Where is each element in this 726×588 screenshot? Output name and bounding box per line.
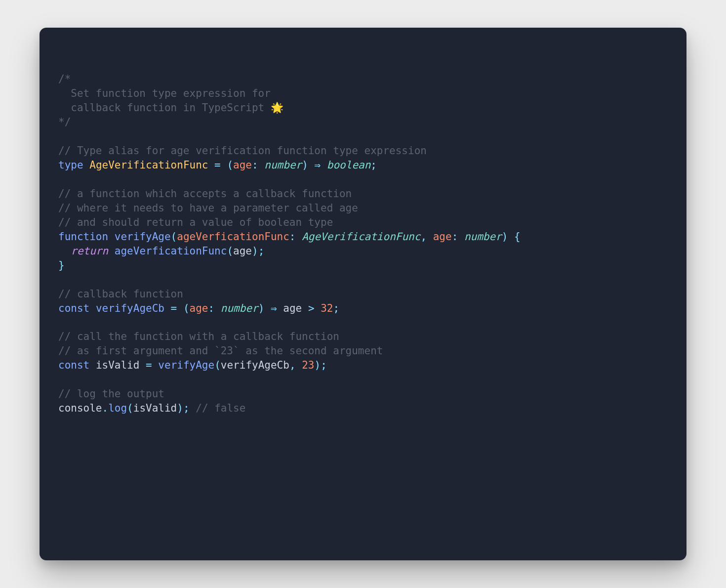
code-token: ⇒ — [271, 302, 277, 314]
code-token: verifyAgeCb — [221, 359, 289, 371]
code-token: verifyAge — [158, 359, 214, 371]
code-token: ); — [315, 359, 327, 371]
code-token — [308, 159, 315, 171]
code-token — [427, 231, 433, 243]
code-line: */ — [58, 116, 71, 128]
code-block[interactable]: /* Set function type expression for call… — [40, 72, 686, 416]
code-token: number — [221, 302, 258, 314]
code-token: // and should return a value of boolean … — [58, 216, 333, 228]
code-token: callback function in TypeScript 🌟 — [58, 102, 283, 114]
code-token — [58, 245, 71, 257]
code-token: number — [264, 159, 302, 171]
code-token — [139, 359, 146, 371]
code-token: boolean — [327, 159, 371, 171]
code-token: 32 — [321, 302, 333, 314]
code-token: = — [146, 359, 152, 371]
code-line: console.log(isValid); // false — [58, 402, 245, 414]
code-token: : — [452, 231, 458, 243]
code-token: ( — [171, 231, 177, 243]
code-token: : — [289, 231, 296, 243]
code-token: ; — [370, 159, 377, 171]
code-token: ⇒ — [315, 159, 321, 171]
code-token: isValid — [96, 359, 140, 371]
code-token: ); — [252, 245, 264, 257]
code-token — [264, 302, 271, 314]
code-token: // call the function with a callback fun… — [58, 331, 339, 342]
code-token: , — [289, 359, 296, 371]
code-token: ageVerficationFunc — [177, 231, 289, 243]
code-token — [164, 302, 171, 314]
code-token: ; — [333, 302, 340, 314]
code-token: isValid — [133, 402, 177, 414]
code-token: = — [171, 302, 177, 314]
code-line: callback function in TypeScript 🌟 — [58, 102, 283, 114]
code-line: const verifyAgeCb = (age: number) ⇒ age … — [58, 302, 339, 314]
code-token: ( — [227, 159, 233, 171]
code-token — [296, 359, 302, 371]
code-token: . — [102, 402, 109, 414]
code-token — [458, 231, 464, 243]
code-token: // a function which accepts a callback f… — [58, 188, 352, 200]
code-token — [221, 159, 227, 171]
code-line: type AgeVerificationFunc = (age: number)… — [58, 159, 377, 171]
code-token: */ — [58, 116, 71, 128]
code-snippet-card: /* Set function type expression for call… — [40, 28, 686, 560]
code-token: ) — [502, 231, 508, 243]
code-token: // log the output — [58, 388, 164, 400]
code-token: verifyAgeCb — [96, 302, 164, 314]
code-token: AgeVerificationFunc — [302, 231, 420, 243]
code-token: const — [58, 302, 89, 314]
code-token — [83, 159, 90, 171]
code-token: = — [214, 159, 221, 171]
code-token: : — [252, 159, 258, 171]
code-token: ( — [127, 402, 133, 414]
code-line: /* — [58, 73, 71, 85]
code-token: number — [464, 231, 502, 243]
code-token: const — [58, 359, 89, 371]
code-token — [190, 402, 196, 414]
code-token: age — [283, 302, 302, 314]
code-token: function — [58, 231, 108, 243]
code-token: > — [308, 302, 315, 314]
code-line: Set function type expression for — [58, 87, 271, 99]
code-token — [277, 302, 283, 314]
code-line: } — [58, 259, 65, 271]
code-token: /* — [58, 73, 71, 85]
code-token: 23 — [302, 359, 314, 371]
code-token — [214, 302, 221, 314]
code-token: { — [514, 231, 521, 243]
code-token: AgeVerificationFunc — [89, 159, 208, 171]
code-token: : — [208, 302, 215, 314]
code-line: const isValid = verifyAge(verifyAgeCb, 2… — [58, 359, 327, 371]
code-token: // where it needs to have a parameter ca… — [58, 202, 358, 214]
code-token — [302, 302, 308, 314]
code-token: ageVerficationFunc — [115, 245, 227, 257]
code-token: } — [58, 259, 65, 271]
code-token: age — [433, 231, 452, 243]
code-token: ( — [214, 359, 221, 371]
code-line: // log the output — [58, 388, 164, 400]
code-token: ( — [227, 245, 233, 257]
code-line: // Type alias for age verification funct… — [58, 145, 427, 157]
code-token: ( — [183, 302, 190, 314]
code-token — [208, 159, 214, 171]
code-line: // call the function with a callback fun… — [58, 331, 339, 342]
code-token: console — [58, 402, 102, 414]
page-frame: /* Set function type expression for call… — [0, 0, 726, 588]
code-token — [321, 159, 327, 171]
code-token: age — [233, 245, 252, 257]
code-line: // and should return a value of boolean … — [58, 216, 333, 228]
code-token: Set function type expression for — [58, 87, 271, 99]
code-token — [258, 159, 265, 171]
code-token — [108, 245, 115, 257]
code-token: age — [233, 159, 252, 171]
code-token — [296, 231, 302, 243]
code-line: function verifyAge(ageVerficationFunc: A… — [58, 231, 521, 243]
code-token: // Type alias for age verification funct… — [58, 145, 427, 157]
code-token — [315, 302, 321, 314]
code-token: // callback function — [58, 288, 183, 300]
code-token: // false — [196, 402, 245, 414]
code-token — [177, 302, 183, 314]
code-line: // callback function — [58, 288, 183, 300]
code-token: log — [108, 402, 127, 414]
